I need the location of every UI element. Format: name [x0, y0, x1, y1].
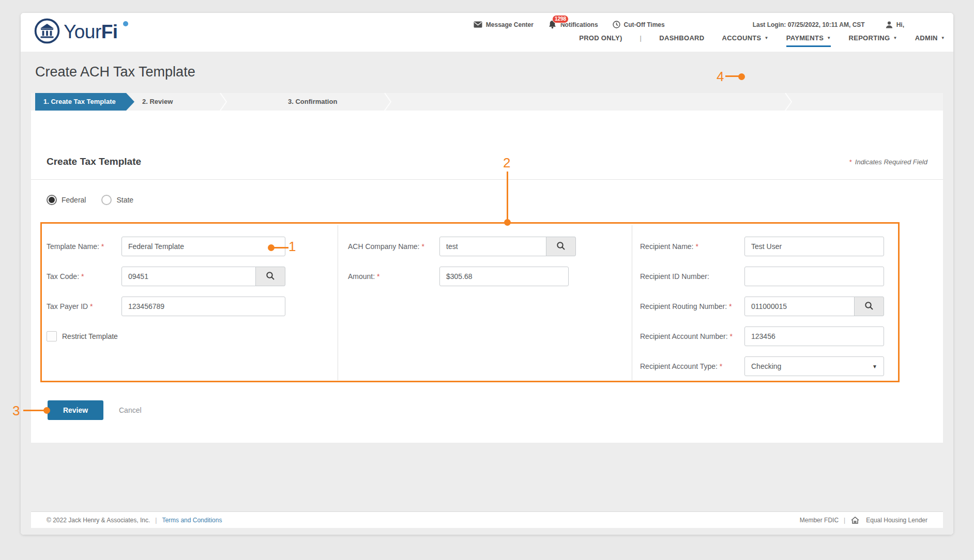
- notifications-count-badge: 1298: [552, 15, 569, 23]
- footer-right: Member FDIC | Equal Housing Lender: [800, 516, 927, 524]
- search-icon: [864, 301, 874, 312]
- form-column-2: ACH Company Name: * Amount: *: [348, 237, 569, 297]
- member-fdic-text: Member FDIC: [800, 517, 839, 524]
- recipient-id-row: Recipient ID Number:: [640, 267, 884, 286]
- tax-code-label: Tax Code: *: [47, 272, 121, 281]
- ach-company-name-row: ACH Company Name: *: [348, 237, 569, 256]
- recipient-routing-input[interactable]: [744, 297, 855, 316]
- app-window: YourFi Message Center 1298 Notifications: [21, 13, 953, 535]
- equal-housing-icon: [850, 516, 860, 524]
- nav-accounts[interactable]: ACCOUNTS▼: [722, 34, 768, 47]
- screen: YourFi Message Center 1298 Notifications: [0, 0, 974, 560]
- chevron-down-icon: ▼: [941, 36, 945, 40]
- logo-wordmark: YourFi: [64, 21, 118, 43]
- column-divider: [632, 225, 632, 380]
- template-type-radios: Federal State: [47, 191, 133, 209]
- routing-search-button[interactable]: [854, 297, 884, 316]
- equal-housing-text: Equal Housing Lender: [866, 517, 927, 524]
- ach-company-name-label: ACH Company Name: *: [348, 242, 439, 251]
- account-type-value: Checking: [751, 362, 781, 370]
- header: YourFi Message Center 1298 Notifications: [21, 13, 953, 52]
- nav-payments[interactable]: PAYMENTS▼: [786, 34, 831, 47]
- step-chevron-icon: [384, 93, 391, 113]
- radio-state-label: State: [116, 196, 133, 204]
- template-name-input[interactable]: [121, 237, 285, 256]
- step-3-confirmation: 3. Confirmation: [288, 93, 337, 111]
- env-label: PROD ONLY): [579, 34, 622, 47]
- required-asterisk: *: [695, 242, 698, 251]
- recipient-routing-row: Recipient Routing Number: *: [640, 297, 884, 316]
- recipient-id-input[interactable]: [744, 267, 884, 286]
- footer: © 2022 Jack Henry & Associates, Inc. | T…: [31, 511, 943, 528]
- tax-payer-id-input[interactable]: [121, 297, 285, 316]
- recipient-account-type-select[interactable]: Checking ▼: [744, 356, 884, 376]
- cutoff-times-link[interactable]: Cut-Off Times: [613, 21, 665, 28]
- copyright-text: © 2022 Jack Henry & Associates, Inc.: [47, 517, 150, 524]
- envelope-icon: [474, 21, 482, 28]
- tax-code-search-button[interactable]: [255, 267, 285, 286]
- step-2-review: 2. Review: [142, 93, 173, 111]
- radio-option-federal[interactable]: Federal: [47, 195, 86, 205]
- column-divider: [338, 225, 338, 380]
- bell-icon: 1298: [548, 20, 557, 29]
- terms-and-conditions-link[interactable]: Terms and Conditions: [162, 517, 222, 524]
- notifications-link[interactable]: 1298 Notifications: [548, 20, 598, 29]
- radio-federal-selected[interactable]: [47, 195, 57, 205]
- recipient-account-input[interactable]: [744, 326, 884, 346]
- clock-icon: [613, 21, 620, 28]
- nav-admin[interactable]: ADMIN▼: [915, 34, 945, 47]
- main-nav: PROD ONLY) | DASHBOARD ACCOUNTS▼ PAYMENT…: [579, 34, 945, 47]
- nav-separator: |: [640, 34, 642, 42]
- search-icon: [556, 241, 566, 252]
- template-name-row: Template Name: *: [47, 237, 285, 256]
- form-panel: Create Tax Template *Indicates Required …: [31, 111, 943, 443]
- step-wizard: 1. Create Tax Template 2. Review 3. Conf…: [31, 93, 943, 111]
- utility-bar: Message Center 1298 Notifications Cut-Of…: [474, 20, 904, 29]
- heading-divider: [31, 179, 943, 180]
- required-field-note: *Indicates Required Field: [849, 158, 927, 166]
- recipient-account-label: Recipient Account Number: *: [640, 332, 744, 340]
- message-center-link[interactable]: Message Center: [474, 21, 534, 28]
- last-login-text: Last Login: 07/25/2022, 10:11 AM, CST: [753, 21, 865, 28]
- amount-input[interactable]: [439, 267, 569, 286]
- radio-state-unselected[interactable]: [101, 195, 112, 205]
- radio-option-state[interactable]: State: [101, 195, 133, 205]
- radio-dot: [49, 197, 55, 203]
- nav-reporting[interactable]: REPORTING▼: [848, 34, 897, 47]
- footer-left: © 2022 Jack Henry & Associates, Inc. | T…: [47, 517, 222, 524]
- required-asterisk: *: [81, 272, 84, 281]
- chevron-down-icon: ▼: [893, 36, 897, 40]
- cancel-link[interactable]: Cancel: [119, 406, 142, 414]
- annotation-marker-3: 3: [12, 403, 20, 419]
- step-1-create-tax-template: 1. Create Tax Template: [35, 93, 134, 111]
- ach-company-name-input[interactable]: [439, 237, 546, 256]
- nav-dashboard[interactable]: DASHBOARD: [659, 34, 704, 47]
- user-menu[interactable]: Hi,: [886, 21, 904, 28]
- step-chevron-icon: [220, 93, 227, 113]
- recipient-account-type-label: Recipient Account Type: *: [640, 362, 744, 370]
- required-asterisk: *: [377, 272, 379, 281]
- restrict-template-checkbox[interactable]: [47, 331, 57, 341]
- chevron-down-icon: ▼: [827, 36, 831, 40]
- cutoff-times-label: Cut-Off Times: [624, 21, 665, 28]
- recipient-account-type-row: Recipient Account Type: * Checking ▼: [640, 356, 884, 376]
- form-heading: Create Tax Template: [47, 156, 141, 167]
- template-name-label: Template Name: *: [47, 242, 121, 251]
- review-button[interactable]: Review: [48, 400, 103, 420]
- amount-label: Amount: *: [348, 272, 439, 281]
- form-actions: Review Cancel: [48, 400, 142, 420]
- recipient-name-input[interactable]: [744, 237, 884, 256]
- tax-code-input[interactable]: [121, 267, 256, 286]
- amount-row: Amount: *: [348, 267, 569, 286]
- form-column-1: Template Name: * Tax Code: * Tax Payer I…: [47, 237, 285, 356]
- required-asterisk: *: [849, 158, 852, 166]
- required-asterisk: *: [730, 332, 733, 340]
- footer-separator: |: [844, 517, 845, 524]
- tax-code-row: Tax Code: *: [47, 267, 285, 286]
- recipient-routing-label: Recipient Routing Number: *: [640, 302, 744, 310]
- ach-company-search-button[interactable]: [546, 237, 576, 256]
- person-icon: [886, 21, 893, 28]
- dropdown-arrow-icon: ▼: [872, 364, 877, 369]
- required-asterisk: *: [421, 242, 424, 251]
- tax-payer-id-label: Tax Payer ID *: [47, 302, 121, 310]
